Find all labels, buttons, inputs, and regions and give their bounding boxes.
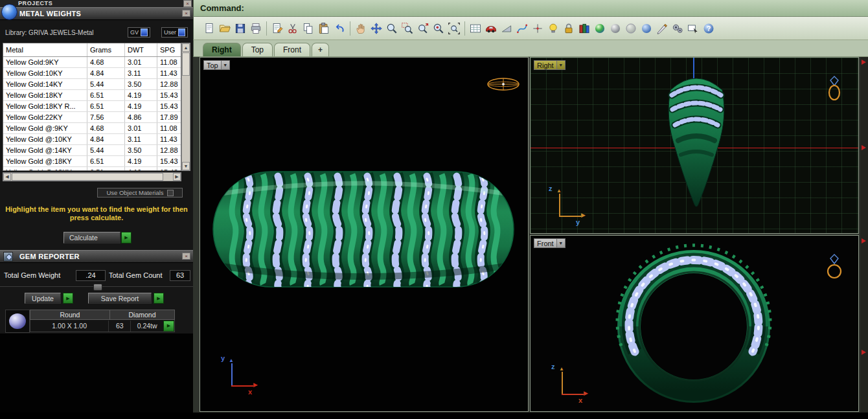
tab-front[interactable]: Front	[274, 43, 310, 56]
save-report-button[interactable]: Save Report	[88, 293, 152, 304]
table-row[interactable]: Yellow Gold @:14KY5.443.5012.88	[3, 145, 181, 156]
metal-weights-close-button[interactable]: ×	[182, 10, 190, 17]
gem-table-row[interactable]: 1.00 X 1.00 63 0.24tw ▶	[30, 320, 175, 332]
point-icon[interactable]	[530, 20, 545, 37]
grams-column-header[interactable]: Grams	[87, 43, 125, 56]
user-button[interactable]: User	[161, 27, 188, 38]
table-vertical-scrollbar[interactable]: ▲ ▼	[181, 43, 190, 171]
save-report-arrow-button[interactable]: ▶	[154, 293, 164, 304]
horizontal-scroll-thumb[interactable]	[12, 173, 163, 181]
viewport-top[interactable]: Top ▼	[200, 57, 529, 412]
table-row[interactable]: Yellow Gold @:18KY...6.514.1915.43	[3, 167, 181, 171]
splitter-handle[interactable]	[93, 284, 102, 291]
lamp-icon[interactable]	[545, 20, 561, 37]
curve-icon[interactable]	[514, 20, 530, 37]
scroll-down-icon[interactable]: ▼	[182, 162, 190, 170]
gem-reporter-close-button[interactable]: ×	[182, 253, 190, 260]
use-object-materials-control[interactable]: Use Object Materials	[97, 188, 183, 198]
use-object-materials-checkbox-icon[interactable]	[167, 190, 174, 196]
viewport-right[interactable]: Right ▼	[530, 57, 859, 234]
spg-cell: 15.43	[157, 101, 181, 111]
metal-weights-titlebar[interactable]: METAL WEIGHTS	[0, 7, 193, 20]
y-axis-label: y	[576, 218, 580, 226]
chevron-down-icon[interactable]: ▼	[556, 61, 565, 69]
table-row[interactable]: Yellow Gold:18KY R...6.514.1915.43	[3, 101, 181, 112]
wedge-icon[interactable]	[499, 20, 514, 37]
table-row[interactable]: Yellow Gold:14KY5.443.5012.88	[3, 79, 181, 90]
table-row[interactable]: Yellow Gold:9KY4.683.0111.08	[3, 57, 181, 68]
move-ui-icon[interactable]	[685, 20, 701, 37]
table-row[interactable]: Yellow Gold @:18KY6.514.1915.43	[3, 156, 181, 167]
help-icon[interactable]: ?	[701, 20, 716, 37]
zoom-dynamic-icon[interactable]	[415, 20, 431, 37]
arrow-right-icon: ▶	[253, 381, 258, 388]
dwt-column-header[interactable]: DWT	[125, 43, 157, 56]
zoom-icon[interactable]	[384, 20, 400, 37]
metal-cell: Yellow Gold @:10KY	[3, 134, 87, 144]
viewport-right-label-text: Right	[534, 62, 556, 69]
viewport-front[interactable]: Front ▼	[530, 235, 859, 412]
viewport-top-label[interactable]: Top ▼	[203, 60, 230, 70]
chevron-down-icon[interactable]: ▼	[221, 61, 229, 69]
viewport-zone: Top ▼	[193, 57, 868, 413]
shaded-view-icon[interactable]	[608, 20, 623, 37]
edit-notes-icon[interactable]	[269, 20, 285, 37]
scroll-up-icon[interactable]: ▲	[182, 43, 190, 52]
gem-reporter-icon	[3, 252, 13, 262]
gem-row-arrow-button[interactable]: ▶	[163, 321, 174, 332]
play-arrow-icon: ▶	[157, 296, 160, 301]
ghosted-view-icon[interactable]	[623, 20, 639, 37]
projects-panel-titlebar[interactable]: PROJECTS	[0, 0, 193, 7]
options-gears-icon[interactable]	[670, 20, 685, 37]
table-row[interactable]: Yellow Gold:18KY6.514.1915.43	[3, 90, 181, 101]
scroll-marker-icon	[862, 145, 868, 150]
zoom-selected-icon[interactable]	[431, 20, 446, 37]
calculate-button[interactable]: Calculate	[63, 232, 120, 243]
save-icon[interactable]	[233, 20, 248, 37]
tab-right[interactable]: Right	[203, 43, 241, 56]
render-icon[interactable]	[592, 20, 608, 37]
calculate-arrow-button[interactable]: ▶	[121, 232, 131, 243]
materials-icon[interactable]	[577, 20, 592, 37]
rotate-view-icon[interactable]	[369, 20, 384, 37]
add-tab-button[interactable]: +	[312, 43, 329, 56]
tab-top[interactable]: Top	[242, 43, 273, 56]
open-file-icon[interactable]	[217, 20, 233, 37]
right-edge-scroll-strip[interactable]	[860, 57, 868, 413]
total-gem-weight-label: Total Gem Weight	[4, 271, 60, 279]
car-icon[interactable]	[483, 20, 499, 37]
rendered-view-icon[interactable]	[639, 20, 654, 37]
zoom-window-icon[interactable]	[400, 20, 415, 37]
copy-icon[interactable]	[301, 20, 316, 37]
table-horizontal-scrollbar[interactable]: ◀ ▶	[3, 172, 181, 181]
grid-icon[interactable]	[468, 20, 483, 37]
spg-cell: 15.43	[157, 167, 181, 171]
scroll-right-icon[interactable]: ▶	[173, 173, 181, 181]
spg-column-header[interactable]: SPG	[157, 43, 181, 56]
print-icon[interactable]	[248, 20, 264, 37]
knife-icon[interactable]	[654, 20, 670, 37]
command-bar[interactable]: Command:	[193, 0, 868, 17]
viewport-right-label[interactable]: Right ▼	[534, 60, 565, 70]
pan-hand-icon[interactable]	[353, 20, 369, 37]
metal-column-header[interactable]: Metal	[3, 43, 87, 56]
lock-icon[interactable]	[561, 20, 577, 37]
zoom-extents-icon[interactable]	[446, 20, 462, 37]
gem-reporter-titlebar[interactable]: GEM REPORTER	[0, 250, 193, 263]
update-arrow-button[interactable]: ▶	[63, 293, 73, 304]
vertical-scroll-thumb[interactable]	[182, 52, 190, 76]
undo-icon[interactable]	[332, 20, 347, 37]
scroll-left-icon[interactable]: ◀	[3, 173, 11, 181]
paste-icon[interactable]	[316, 20, 332, 37]
table-row[interactable]: Yellow Gold:22KY7.564.8617.89	[3, 112, 181, 123]
table-row[interactable]: Yellow Gold @:9KY4.683.0111.08	[3, 123, 181, 134]
viewport-front-label[interactable]: Front ▼	[534, 238, 565, 248]
chevron-down-icon[interactable]: ▼	[556, 239, 565, 247]
table-row[interactable]: Yellow Gold:10KY4.843.1111.43	[3, 68, 181, 79]
table-row[interactable]: Yellow Gold @:10KY4.843.1111.43	[3, 134, 181, 145]
gv-button[interactable]: GV	[128, 27, 150, 38]
cut-icon[interactable]	[285, 20, 301, 37]
update-button[interactable]: Update	[25, 293, 61, 304]
projects-close-button[interactable]: ×	[183, 0, 192, 7]
new-file-icon[interactable]	[201, 20, 217, 37]
